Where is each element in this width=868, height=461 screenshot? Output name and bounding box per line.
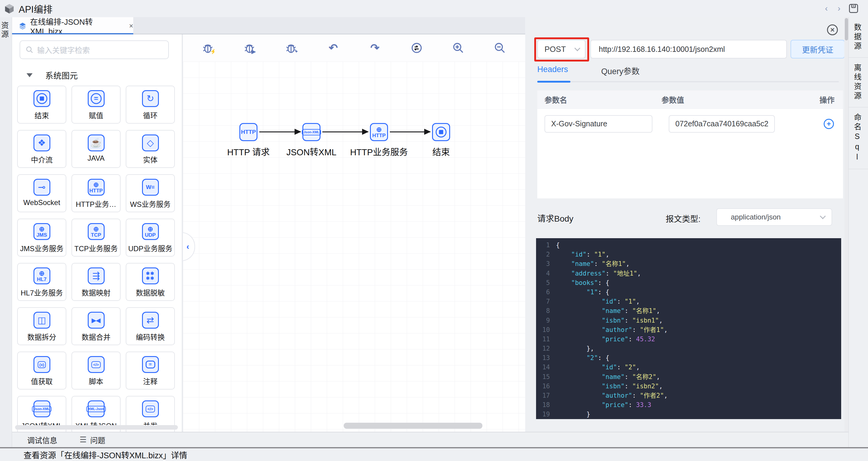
code-line: 13 "2": {: [536, 354, 841, 363]
flow-icon: ❖: [33, 134, 50, 151]
headers-table: 参数名 参数值 操作 X-Gov-Signature072ef0a7caa740…: [537, 90, 843, 198]
code-line: 4 "address": "地址1",: [536, 269, 841, 278]
palette-item-mask[interactable]: ✱✱✱✱数据脱敏: [126, 263, 175, 301]
inspector-vscrollbar[interactable]: [844, 17, 848, 432]
palette-item-label: 值获取: [31, 376, 53, 386]
palette-panel: 输入关键字检索 系统图元 结束=赋值↻循环❖中介流☕JAVA◇实体⊸WebSoc…: [12, 34, 182, 432]
flow-edge: [390, 131, 430, 132]
palette-item-mapping[interactable]: ⇶数据映射: [71, 263, 121, 301]
stop-icon: [33, 90, 50, 107]
chevron-down-icon: [575, 45, 580, 51]
param-name-input[interactable]: X-Gov-Signature: [545, 115, 652, 133]
java-icon: ☕: [88, 134, 104, 151]
palette-item-label: WS业务服务: [130, 198, 170, 209]
stop-icon: [432, 123, 450, 141]
palette-item-flow[interactable]: ❖中介流: [17, 130, 66, 168]
canvas-toolbar: ⚡ ▶ ↷↶↷: [183, 34, 525, 62]
palette-item-badge-http[interactable]: ⊕HTTPHTTP业务…: [71, 174, 121, 212]
palette-item-badge-jms[interactable]: ⊕JMSJMS业务服务: [17, 219, 66, 256]
palette-item-badge-udp[interactable]: ⊕UDPUDP业务服务: [126, 219, 175, 256]
debug-run-icon[interactable]: ▶: [243, 41, 256, 55]
palette-item-loop[interactable]: ↻循环: [126, 86, 175, 124]
palette-item-comment[interactable]: =注释: [126, 351, 175, 390]
palette-item-label: UDP业务服务: [128, 243, 173, 253]
flow-node-http[interactable]: HTTPHTTP 请求: [223, 123, 274, 158]
palette-item-label: 编码转换: [136, 331, 165, 342]
debug-step-icon[interactable]: ↷: [285, 41, 298, 55]
value-get-icon: (x): [33, 356, 50, 373]
palette-item-badge-hl7[interactable]: ⊕HL7HL7业务服务: [17, 263, 66, 301]
flow-edge: [322, 131, 368, 132]
canvas-grid-background: [183, 62, 525, 432]
tab-query-params[interactable]: Query参数: [601, 65, 640, 80]
flow-node-label: HTTP业务服务: [350, 145, 408, 158]
palette-item-script[interactable]: </>脚本: [71, 351, 121, 390]
api-orchestration-window: API编排 ‹ › 资源 在线编排-JSON转XML.bizx ×: [0, 0, 868, 461]
right-rail-item-3[interactable]: 命名Sql: [854, 113, 863, 163]
badge-jms-icon: ⊕JMS: [33, 223, 50, 240]
palette-item-label: JAVA: [87, 154, 104, 162]
update-credential-button[interactable]: 更新凭证: [790, 40, 844, 59]
code-line: 2 "id": "1",: [536, 250, 841, 259]
palette-item-encode[interactable]: ⇄编码转换: [126, 307, 175, 345]
palette-item-entity[interactable]: ◇实体: [126, 130, 175, 168]
collapse-caret-icon: [27, 73, 33, 77]
mask-icon: ✱✱✱✱: [142, 268, 159, 284]
palette-item-label: WebSocket: [23, 198, 60, 207]
palette-item-merge[interactable]: ▶◀数据合并: [71, 307, 121, 345]
flow-node-badge-http[interactable]: ⊕HTTPHTTP业务服务: [353, 123, 405, 158]
right-rail-item-1[interactable]: 数据源: [854, 23, 863, 51]
add-param-icon[interactable]: +: [824, 119, 834, 129]
debug-flash-icon[interactable]: ⚡: [202, 41, 215, 55]
palette-item-java[interactable]: ☕JAVA: [71, 130, 121, 168]
palette-item-badge-tcp[interactable]: ⊕TCPTCP业务服务: [71, 219, 121, 256]
code-line: 16 "isbn": "isbn2",: [536, 382, 841, 391]
app-title: API编排: [19, 2, 53, 16]
nav-forward-icon[interactable]: ›: [834, 4, 844, 13]
palette-item-value-get[interactable]: (x)值获取: [17, 351, 66, 390]
nav-back-icon[interactable]: ‹: [821, 4, 832, 13]
palette-item-stop[interactable]: 结束: [17, 86, 66, 124]
flow-node-json-xml[interactable]: Json-XMLJSON转XML: [286, 123, 337, 158]
flow-node-stop[interactable]: 结束: [415, 123, 467, 158]
scrollbar-thumb[interactable]: [845, 18, 848, 40]
search-placeholder: 输入关键字检索: [37, 44, 90, 55]
search-input[interactable]: 输入关键字检索: [20, 40, 169, 59]
method-select[interactable]: POST: [537, 40, 586, 59]
zoom-out-icon[interactable]: [493, 41, 506, 55]
zoom-in-icon[interactable]: [452, 41, 465, 55]
content-type-select[interactable]: application/json: [716, 208, 832, 226]
param-value-input[interactable]: 072ef0a7caa740169caa5c2: [669, 115, 775, 133]
chevron-down-icon: [820, 213, 826, 219]
tab-close-icon[interactable]: ×: [129, 22, 133, 30]
tab-headers[interactable]: Headers: [537, 65, 568, 80]
url-input[interactable]: http://192.168.16.140:10001/json2xml: [590, 40, 787, 59]
redo-icon[interactable]: ↷: [368, 41, 382, 55]
palette-item-ws-doc[interactable]: W≡WS业务服务: [126, 174, 175, 212]
palette-section-header[interactable]: 系统图元: [12, 69, 78, 81]
resources-rail-item[interactable]: 资源: [2, 22, 10, 39]
xml-json-icon: XML-Json: [88, 400, 104, 417]
col-param-name: 参数名: [545, 94, 661, 105]
save-icon[interactable]: [848, 3, 859, 14]
col-operation: 操作: [806, 94, 843, 105]
close-panel-icon[interactable]: ×: [827, 24, 838, 35]
debug-info-tab[interactable]: 调试信息: [27, 434, 57, 445]
canvas-hscrollbar[interactable]: [344, 423, 483, 429]
svg-text:↷: ↷: [293, 48, 298, 54]
palette-hscrollbar[interactable]: [15, 425, 178, 430]
body-code-editor[interactable]: 1{2 "id": "1",3 "name": "名称1",4 "address…: [536, 238, 841, 419]
split-icon: ◫: [33, 312, 50, 329]
right-rail-item-2[interactable]: 离线资源: [854, 64, 863, 101]
sync-icon[interactable]: [410, 41, 423, 55]
palette-item-label: 数据合并: [82, 331, 111, 342]
undo-icon[interactable]: ↶: [327, 41, 340, 55]
flow-canvas[interactable]: ⚡ ▶ ↷↶↷ HTTPHTTP 请求Json-XMLJSON转XML⊕HTTP…: [183, 34, 525, 432]
palette-item-websocket[interactable]: ⊸WebSocket: [17, 174, 66, 212]
tab-online-orchestration[interactable]: 在线编排-JSON转XML.bizx ×: [12, 17, 133, 34]
code-line: 17 "author": "作者2",: [536, 391, 841, 400]
palette-item-split[interactable]: ◫数据拆分: [17, 307, 66, 345]
problems-tab[interactable]: 问题: [90, 434, 105, 445]
badge-http-icon: ⊕HTTP: [88, 179, 104, 196]
palette-item-assign[interactable]: =赋值: [71, 86, 121, 124]
